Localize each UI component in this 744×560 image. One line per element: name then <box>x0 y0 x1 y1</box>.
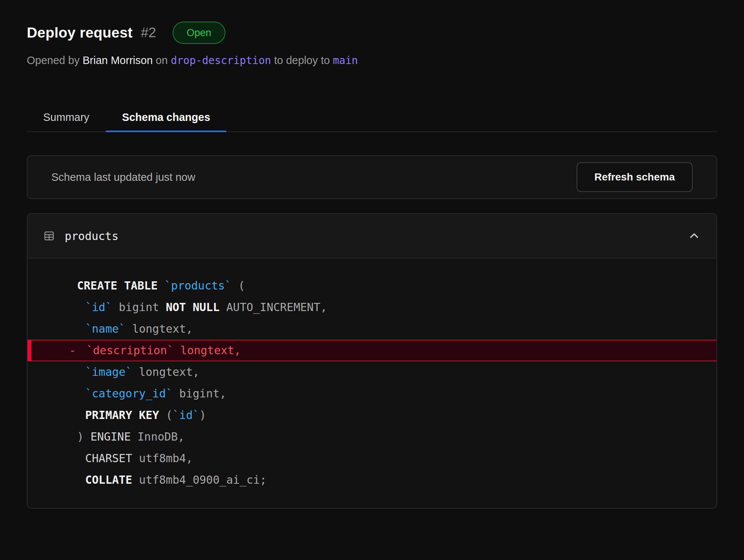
sql-line: COLLATE utf8mb4_0900_ai_ci; <box>28 469 716 491</box>
refresh-schema-button[interactable]: Refresh schema <box>577 162 693 192</box>
sql-token: utf8mb4, <box>132 452 193 465</box>
deploy-request-subtitle: Opened by Brian Morrison on drop-descrip… <box>27 54 717 67</box>
page-title: Deploy request <box>27 25 133 41</box>
sql-token <box>158 279 164 292</box>
sql-line: `image` longtext, <box>28 361 716 383</box>
sql-token: ) <box>77 430 90 443</box>
sql-token: COLLATE <box>85 473 132 486</box>
sql-token: longtext, <box>125 322 193 335</box>
sql-line: CREATE TABLE `products` ( <box>28 275 716 297</box>
sql-token: ( <box>159 409 173 422</box>
deletion-minus-sign: - <box>69 340 86 361</box>
sql-token: ( <box>231 279 245 292</box>
deploy-request-page: Deploy request #2 Open Opened by Brian M… <box>0 0 744 509</box>
table-panel-header[interactable]: products <box>28 214 716 259</box>
sql-token: longtext, <box>132 365 199 378</box>
sql-diff-code: CREATE TABLE `products` (`id` bigint NOT… <box>28 259 716 508</box>
sql-token: utf8mb4_0900_ai_ci; <box>132 473 266 486</box>
deletion-marker-bar <box>28 340 31 361</box>
sql-token: bigint <box>112 301 166 314</box>
deploy-to-text: to deploy to <box>274 54 330 66</box>
sql-line: `name` longtext, <box>28 318 716 340</box>
tab-schema-changes[interactable]: Schema changes <box>106 103 227 131</box>
sql-token: longtext, <box>174 344 241 357</box>
sql-token: `image` <box>85 365 132 378</box>
sql-token: `category_id` <box>85 387 173 400</box>
sql-token: CHARSET <box>85 452 132 465</box>
table-icon <box>43 230 55 242</box>
sql-line: PRIMARY KEY (`id`) <box>28 404 716 426</box>
sql-token: `products` <box>164 279 232 292</box>
sql-token: NOT NULL <box>166 301 220 314</box>
sql-line: `id` bigint NOT NULL AUTO_INCREMENT, <box>28 297 716 318</box>
sql-token: PRIMARY KEY <box>85 409 159 422</box>
sql-line: ) ENGINE InnoDB, <box>28 426 716 448</box>
target-branch-link[interactable]: main <box>333 54 358 67</box>
status-badge: Open <box>173 22 225 44</box>
sql-token: ) <box>199 409 206 422</box>
author-name: Brian Morrison <box>83 54 153 66</box>
sql-line-deleted: -`description` longtext, <box>28 340 716 361</box>
sql-token: ENGINE <box>90 430 131 443</box>
page-header: Deploy request #2 Open <box>27 22 717 44</box>
sql-token: bigint, <box>173 387 227 400</box>
sql-line: CHARSET utf8mb4, <box>28 448 716 469</box>
source-branch-link[interactable]: drop-description <box>171 54 271 67</box>
schema-diff-panel: products CREATE TABLE `products` (`id` b… <box>27 213 717 509</box>
tab-bar: SummarySchema changes <box>27 103 717 132</box>
schema-refresh-bar: Schema last updated just now Refresh sch… <box>27 155 717 199</box>
sql-token: `name` <box>85 322 125 335</box>
tab-summary[interactable]: Summary <box>27 103 106 131</box>
schema-updated-text: Schema last updated just now <box>51 171 195 183</box>
sql-token: InnoDB, <box>131 430 185 443</box>
sql-token: `id` <box>173 409 199 422</box>
opened-by-text: Opened by <box>27 54 80 66</box>
sql-token: `id` <box>85 301 112 314</box>
sql-token: CREATE TABLE <box>77 279 158 292</box>
sql-line: `category_id` bigint, <box>28 383 716 404</box>
sql-token: `description` <box>86 344 174 357</box>
on-text: on <box>156 54 168 66</box>
chevron-up-icon[interactable] <box>687 229 701 243</box>
sql-token: AUTO_INCREMENT, <box>219 301 327 314</box>
table-name: products <box>65 230 119 243</box>
deploy-request-number: #2 <box>141 25 156 41</box>
